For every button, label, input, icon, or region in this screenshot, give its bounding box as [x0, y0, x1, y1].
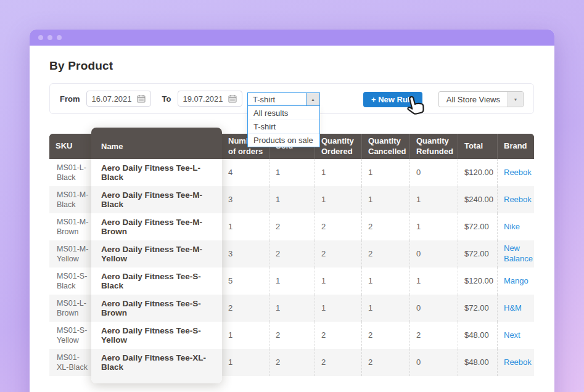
window-dot[interactable]	[47, 35, 52, 40]
cell-brand: Mango	[497, 267, 534, 295]
cell-total: $48.00	[458, 322, 497, 349]
column-header-total[interactable]: Total	[458, 134, 497, 159]
cell-ordered: 2	[315, 240, 361, 267]
column-header-qty-ordered[interactable]: Quantity Ordered	[315, 134, 361, 159]
app-window: By Product From 16.07.2021 To 19.07.2021	[30, 30, 554, 392]
category-select[interactable]: T-shirt ▲	[247, 92, 320, 106]
from-date-value: 16.07.2021	[92, 94, 132, 104]
brand-link[interactable]: Reebok	[504, 168, 532, 178]
brand-link[interactable]: Reebok	[504, 195, 532, 205]
cell-sold: 1	[269, 159, 315, 186]
cell-sku: MS01-L-Brown	[49, 295, 91, 322]
cell-refunded: 1	[409, 186, 458, 213]
window-titlebar	[30, 30, 554, 46]
cell-sold: 2	[269, 240, 315, 267]
category-filter: T-shirt ▲ All results T-shirt Products o…	[247, 92, 320, 147]
column-header-name[interactable]: Name	[91, 128, 222, 159]
cell-brand: New Balance	[497, 240, 534, 267]
cell-refunded: 0	[409, 240, 458, 267]
cell-ordered: 2	[315, 213, 361, 240]
cell-cancelled: 1	[361, 159, 409, 186]
brand-link[interactable]: Mango	[504, 276, 528, 287]
cell-orders: 2	[222, 295, 269, 322]
chevron-down-icon[interactable]: ▼	[508, 92, 523, 107]
cell-cancelled: 2	[361, 240, 409, 267]
column-header-qty-refunded[interactable]: Quantity Refunded	[409, 134, 458, 159]
cell-sku: MS01-S-Yellow	[49, 322, 91, 349]
cell-orders: 3	[222, 240, 269, 267]
cell-orders: 1	[222, 213, 269, 240]
window-dot[interactable]	[57, 35, 62, 40]
to-date-value: 19.07.2021	[183, 94, 223, 104]
calendar-icon[interactable]	[228, 94, 237, 103]
products-table: SKU Number of orders Sold Quantity Order…	[49, 134, 534, 376]
cell-cancelled: 1	[361, 186, 409, 213]
cell-sku: MS01-M-Brown	[49, 213, 91, 240]
cell-sold: 2	[269, 322, 315, 349]
cell-ordered: 2	[315, 349, 361, 376]
brand-link[interactable]: Reebok	[504, 357, 532, 368]
category-select-value: T-shirt	[248, 93, 306, 105]
dropdown-option-tshirt[interactable]: T-shirt	[248, 120, 319, 133]
cell-refunded: 0	[409, 159, 458, 186]
cell-orders: 3	[222, 186, 269, 213]
name-column-card: Name Aero Daily Fitness Tee-L-BlackAero …	[91, 128, 222, 383]
cell-orders: 4	[222, 159, 269, 186]
cell-product-name: Aero Daily Fitness Tee-L-Black	[91, 159, 222, 186]
store-views-select[interactable]: All Store Views ▼	[438, 91, 524, 107]
brand-link[interactable]: Nike	[504, 222, 520, 232]
cell-total: $48.00	[458, 349, 497, 376]
cell-product-name: Aero Daily Fitness Tee-XL-Black	[91, 349, 222, 376]
name-column-cells: Aero Daily Fitness Tee-L-BlackAero Daily…	[91, 159, 222, 376]
dropdown-option-all-results[interactable]: All results	[248, 106, 319, 120]
cell-product-name: Aero Daily Fitness Tee-S-Yellow	[91, 322, 222, 349]
cell-brand: Reebok	[497, 349, 534, 376]
cell-sku: MS01-XL-Black	[49, 349, 91, 376]
cell-cancelled: 2	[361, 349, 409, 376]
to-date-input[interactable]: 19.07.2021	[178, 91, 242, 107]
column-header-qty-cancelled[interactable]: Quantity Cancelled	[361, 134, 409, 159]
cell-cancelled: 2	[361, 213, 409, 240]
brand-link[interactable]: Next	[504, 330, 520, 341]
cell-brand: Reebok	[497, 159, 534, 186]
filter-toolbar: From 16.07.2021 To 19.07.2021	[49, 83, 534, 114]
column-header-brand[interactable]: Brand	[497, 134, 534, 159]
cell-sku: MS01-M-Black	[49, 186, 91, 213]
cell-cancelled: 2	[361, 322, 409, 349]
cell-brand: Reebok	[497, 186, 534, 213]
cell-product-name: Aero Daily Fitness Tee-S-Black	[91, 267, 222, 295]
page-title: By Product	[49, 59, 535, 73]
cell-cancelled: 1	[361, 267, 409, 295]
cell-brand: Nike	[497, 213, 534, 240]
column-header-sku[interactable]: SKU	[49, 134, 91, 159]
cell-sold: 1	[269, 295, 315, 322]
cell-cancelled: 1	[361, 295, 409, 322]
cell-orders: 1	[222, 349, 269, 376]
cell-ordered: 1	[315, 159, 361, 186]
cell-refunded: 2	[409, 322, 458, 349]
cell-sold: 1	[269, 267, 315, 295]
cell-product-name: Aero Daily Fitness Tee-M-Brown	[91, 213, 222, 240]
calendar-icon[interactable]	[137, 94, 146, 103]
cell-sold: 1	[269, 186, 315, 213]
cell-total: $72.00	[458, 213, 497, 240]
cell-refunded: 1	[409, 267, 458, 295]
window-dot[interactable]	[38, 35, 43, 40]
brand-link[interactable]: H&M	[504, 303, 522, 314]
cell-total: $120.00	[458, 159, 497, 186]
cell-ordered: 1	[315, 295, 361, 322]
cell-total: $72.00	[458, 240, 497, 267]
cell-sold: 2	[269, 349, 315, 376]
cell-refunded: 1	[409, 213, 458, 240]
dropdown-option-products-on-sale[interactable]: Products on sale	[248, 133, 319, 147]
cell-product-name: Aero Daily Fitness Tee-S-Brown	[91, 295, 222, 322]
cell-ordered: 1	[315, 267, 361, 295]
cell-total: $72.00	[458, 295, 497, 322]
cell-product-name: Aero Daily Fitness Tee-M-Yellow	[91, 240, 222, 267]
brand-link[interactable]: New Balance	[504, 243, 533, 264]
cell-sku: MS01-M-Yellow	[49, 240, 91, 267]
chevron-up-icon[interactable]: ▲	[306, 93, 319, 105]
from-date-input[interactable]: 16.07.2021	[86, 91, 151, 107]
name-column-footer	[91, 376, 222, 383]
page-content: By Product From 16.07.2021 To 19.07.2021	[30, 59, 554, 376]
